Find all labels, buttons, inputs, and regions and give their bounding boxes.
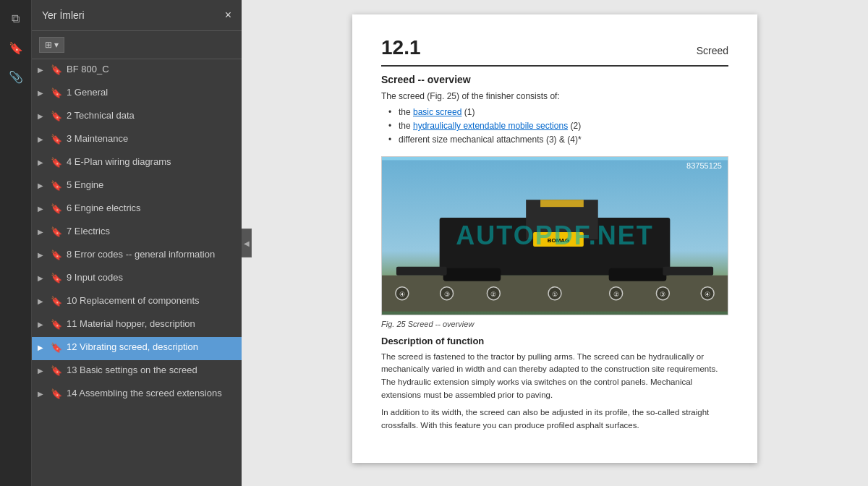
sidebar-header: Yer İmleri × xyxy=(32,0,242,31)
machine-image: BOMAG ④ ③ ② ① ② ③ ④ AUTOPDF.NET 83755 xyxy=(381,156,728,315)
description-paragraph-1: The screed is fastened to the tractor by… xyxy=(381,351,728,402)
expand-arrow: ▶ xyxy=(38,110,49,121)
sidebar-item-label: 11 Material hopper, description xyxy=(67,318,236,331)
svg-text:②: ② xyxy=(490,290,496,297)
sidebar-item-eplan[interactable]: ▶ 🔖 4 E-Plan wiring diagrams xyxy=(32,152,242,175)
sidebar-item-label: 7 Electrics xyxy=(67,226,236,238)
sidebar-item-general[interactable]: ▶ 🔖 1 General xyxy=(32,82,242,106)
attachments-button[interactable]: 📎 xyxy=(3,64,29,90)
bookmark-icon: 🔖 xyxy=(51,226,62,239)
sidebar-item-label: 4 E-Plan wiring diagrams xyxy=(67,156,236,169)
close-icon[interactable]: × xyxy=(225,9,231,22)
bookmark-icon: 🔖 xyxy=(51,249,62,262)
sidebar-item-label: 3 Maintenance xyxy=(67,133,236,145)
sidebar-item-label: 5 Engine xyxy=(67,179,236,192)
sidebar-item-basic-settings[interactable]: ▶ 🔖 13 Basic settings on the screed xyxy=(32,360,242,383)
sidebar-item-label: 8 Error codes -- general information xyxy=(67,249,236,261)
bookmark-icon: 🔖 xyxy=(51,341,62,354)
sidebar-item-assembling[interactable]: ▶ 🔖 14 Assembling the screed extensions xyxy=(32,383,242,406)
expand-arrow: ▶ xyxy=(38,156,49,167)
dropdown-icon: ▾ xyxy=(54,40,59,50)
basic-screed-link[interactable]: basic screed xyxy=(413,107,461,117)
collapse-panel-button[interactable]: ◀ xyxy=(242,229,252,257)
grid-icon: ⊞ xyxy=(45,40,52,50)
svg-rect-6 xyxy=(609,268,667,281)
sidebar-item-label: BF 800_C xyxy=(67,64,236,76)
expand-arrow: ▶ xyxy=(38,364,49,375)
sidebar-item-label: 9 Input codes xyxy=(67,272,236,284)
expand-arrow: ▶ xyxy=(38,179,49,190)
svg-rect-8 xyxy=(663,266,713,275)
sidebar-item-hopper[interactable]: ▶ 🔖 11 Material hopper, description xyxy=(32,314,242,337)
expand-arrow: ▶ xyxy=(38,133,49,144)
image-number: 83755125 xyxy=(686,161,722,170)
overview-title: Screed -- overview xyxy=(381,74,728,85)
description-title: Description of function xyxy=(381,336,728,346)
expand-arrow: ▶ xyxy=(38,87,49,98)
bookmark-icon: 🔖 xyxy=(51,179,62,192)
image-caption: Fig. 25 Screed -- overview xyxy=(381,320,728,328)
sidebar-item-technical[interactable]: ▶ 🔖 2 Technical data xyxy=(32,106,242,129)
bookmark-icon: 🔖 xyxy=(51,156,62,169)
sidebar-item-input-codes[interactable]: ▶ 🔖 9 Input codes xyxy=(32,268,242,291)
pdf-page: 12.1 Screed Screed -- overview The scree… xyxy=(352,14,757,463)
sidebar-item-label: 6 Engine electrics xyxy=(67,202,236,215)
bookmarks-button[interactable]: 🔖 xyxy=(3,35,29,61)
svg-text:④: ④ xyxy=(399,290,405,297)
svg-text:④: ④ xyxy=(705,290,710,297)
main-content: 12.1 Screed Screed -- overview The scree… xyxy=(242,0,868,486)
section-title: Screed xyxy=(697,36,728,56)
watermark: AUTOPDF.NET xyxy=(456,221,653,251)
overview-section: Screed -- overview The screed (Fig. 25) … xyxy=(381,74,728,148)
sidebar-item-label: 1 General xyxy=(67,87,236,99)
sidebar-toolbar: ⊞ ▾ xyxy=(32,31,242,59)
sidebar-item-error-codes[interactable]: ▶ 🔖 8 Error codes -- general information xyxy=(32,244,242,268)
expand-arrow: ▶ xyxy=(38,249,49,260)
layers-button[interactable]: ⧉ xyxy=(3,6,29,32)
sidebar-item-engine-electrics[interactable]: ▶ 🔖 6 Engine electrics xyxy=(32,198,242,221)
expand-arrow: ▶ xyxy=(38,226,49,236)
expand-arrow: ▶ xyxy=(38,295,49,306)
description-paragraph-2: In addition to its width, the screed can… xyxy=(381,406,728,432)
bookmark-icon: 🔖 xyxy=(51,318,62,331)
bookmark-icon: 🔖 xyxy=(51,64,62,77)
sidebar-item-engine[interactable]: ▶ 🔖 5 Engine xyxy=(32,175,242,198)
toolbar-view-button[interactable]: ⊞ ▾ xyxy=(39,37,64,53)
bookmark-list: ▶ 🔖 BF 800_C ▶ 🔖 1 General ▶ 🔖 2 Technic… xyxy=(32,59,242,486)
expand-arrow: ▶ xyxy=(38,341,49,352)
sidebar-item-bf800c[interactable]: ▶ 🔖 BF 800_C xyxy=(32,59,242,82)
bookmark-icon: 🔖 xyxy=(51,87,62,100)
svg-text:②: ② xyxy=(613,290,619,297)
expand-arrow: ▶ xyxy=(38,272,49,283)
sidebar-item-replacement[interactable]: ▶ 🔖 10 Replacement of components xyxy=(32,291,242,314)
hydraulic-link[interactable]: hydraulically extendable mobile sections xyxy=(413,121,568,131)
expand-arrow: ▶ xyxy=(38,318,49,329)
sidebar-title: Yer İmleri xyxy=(42,9,85,21)
sidebar-item-label: 12 Vibrating screed, description xyxy=(67,341,236,354)
sidebar-item-label: 13 Basic settings on the screed xyxy=(67,364,236,377)
bookmark-icon: 🔖 xyxy=(51,202,62,216)
description-section: Description of function The screed is fa… xyxy=(381,336,728,432)
sidebar-item-vibrating[interactable]: ▶ 🔖 12 Vibrating screed, description xyxy=(32,337,242,360)
list-item: the basic screed (1) xyxy=(388,106,728,119)
svg-text:①: ① xyxy=(552,290,558,297)
section-number: 12.1 xyxy=(381,36,421,59)
overview-intro: The screed (Fig. 25) of the finisher con… xyxy=(381,90,728,103)
sidebar-item-label: 10 Replacement of components xyxy=(67,295,236,307)
list-item: different size mechanical attachments (3… xyxy=(388,133,728,147)
bookmark-icon: 🔖 xyxy=(51,272,62,285)
bookmark-icon: 🔖 xyxy=(51,295,62,308)
sidebar-item-maintenance[interactable]: ▶ 🔖 3 Maintenance xyxy=(32,129,242,152)
overview-list: the basic screed (1) the hydraulically e… xyxy=(381,106,728,148)
bookmark-icon: 🔖 xyxy=(51,388,62,401)
list-item: the hydraulically extendable mobile sect… xyxy=(388,119,728,133)
bookmark-icon: 🔖 xyxy=(51,364,62,378)
svg-rect-7 xyxy=(396,266,447,275)
svg-text:③: ③ xyxy=(444,290,450,297)
sidebar-item-label: 14 Assembling the screed extensions xyxy=(67,388,236,400)
sidebar: Yer İmleri × ⊞ ▾ ▶ 🔖 BF 800_C ▶ 🔖 1 Gene… xyxy=(32,0,242,486)
sidebar-item-electrics[interactable]: ▶ 🔖 7 Electrics xyxy=(32,221,242,244)
sidebar-item-label: 2 Technical data xyxy=(67,110,236,122)
expand-arrow: ▶ xyxy=(38,388,49,398)
expand-arrow: ▶ xyxy=(38,64,49,74)
